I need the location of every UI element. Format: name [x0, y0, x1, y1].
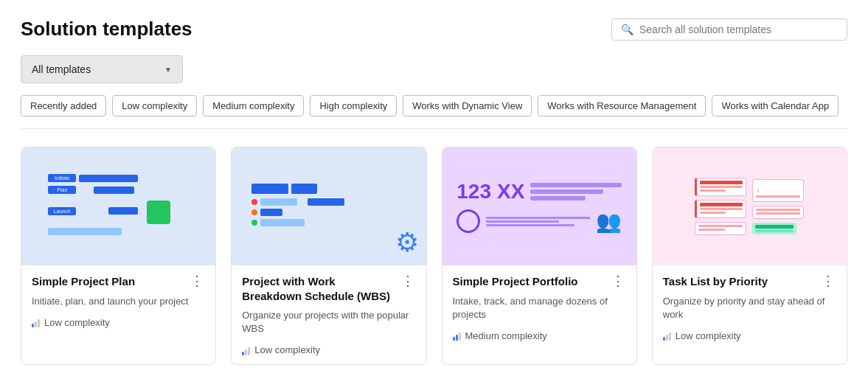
- card-desc-1: Initiate, plan, and launch your project: [32, 295, 205, 308]
- card-title-2: Project with Work Breakdown Schedule (WB…: [242, 274, 393, 303]
- task-card-mini-6: [752, 223, 796, 234]
- template-card-portfolio[interactable]: 123 XX: [442, 147, 637, 365]
- card-complexity-4: Low complexity: [663, 330, 836, 341]
- filter-low-complexity[interactable]: Low complexity: [112, 95, 197, 116]
- card-body-3: Simple Project Portfolio ⋮ Intake, track…: [442, 265, 636, 350]
- filter-calendar-app[interactable]: Works with Calendar App: [712, 95, 839, 116]
- dropdown-label: All templates: [32, 63, 91, 75]
- card-desc-2: Organize your projects with the popular …: [242, 309, 415, 335]
- card-menu-4[interactable]: ⋮: [820, 274, 836, 288]
- dropdown-row: All templates ▼: [21, 55, 847, 83]
- template-card-task-list[interactable]: ↓ Task List by Priority ⋮: [652, 147, 847, 365]
- search-input[interactable]: [639, 24, 838, 35]
- card-thumbnail-2: ⚙: [232, 147, 426, 265]
- complexity-label-3: Medium complexity: [465, 330, 547, 341]
- header-row: Solution templates 🔍: [21, 18, 847, 41]
- page-wrapper: Solution templates 🔍 All templates ▼ Rec…: [0, 0, 868, 390]
- filter-tags: Recently added Low complexity Medium com…: [21, 95, 847, 129]
- card-complexity-2: Low complexity: [242, 344, 415, 355]
- complexity-icon-1: [32, 317, 40, 327]
- card-complexity-3: Medium complexity: [453, 330, 626, 341]
- card-body-2: Project with Work Breakdown Schedule (WB…: [232, 265, 426, 364]
- card-menu-1[interactable]: ⋮: [189, 274, 205, 288]
- gear-icon: ⚙: [395, 227, 419, 258]
- complexity-icon-4: [663, 330, 671, 341]
- templates-dropdown[interactable]: All templates ▼: [21, 55, 183, 83]
- task-card-mini-1: [695, 178, 746, 196]
- card-thumbnail-4: ↓: [653, 147, 847, 265]
- card-menu-3[interactable]: ⋮: [610, 274, 626, 288]
- page-title: Solution templates: [21, 18, 192, 41]
- complexity-label-1: Low complexity: [44, 317, 110, 328]
- card-title-3: Simple Project Portfolio: [453, 274, 604, 289]
- filter-recently-added[interactable]: Recently added: [21, 95, 106, 116]
- complexity-label-4: Low complexity: [676, 330, 741, 341]
- chevron-down-icon: ▼: [164, 66, 172, 74]
- template-card-wbs[interactable]: ⚙ Project with Work Breakdown Schedule (…: [231, 147, 426, 365]
- search-box[interactable]: 🔍: [611, 18, 847, 41]
- card-desc-3: Intake, track, and manage dozens of proj…: [453, 295, 626, 321]
- person-icon: 👥: [596, 209, 622, 234]
- card-menu-2[interactable]: ⋮: [400, 274, 416, 288]
- card-title-1: Simple Project Plan: [32, 274, 183, 289]
- card-thumbnail-1: Initiate Plan Launch: [21, 147, 215, 265]
- template-card-simple-project-plan[interactable]: Initiate Plan Launch: [21, 147, 216, 365]
- card-body-1: Simple Project Plan ⋮ Initiate, plan, an…: [21, 265, 215, 337]
- filter-dynamic-view[interactable]: Works with Dynamic View: [403, 95, 532, 116]
- task-card-mini-4: ↓: [752, 179, 804, 202]
- filter-medium-complexity[interactable]: Medium complexity: [203, 95, 304, 116]
- search-icon: 🔍: [621, 24, 633, 35]
- task-card-mini-5: [752, 206, 804, 219]
- complexity-icon-3: [453, 330, 461, 341]
- task-card-mini-3: [695, 222, 746, 235]
- card-title-4: Task List by Priority: [663, 274, 814, 289]
- filter-high-complexity[interactable]: High complexity: [310, 95, 397, 116]
- card-thumbnail-3: 123 XX: [442, 147, 636, 265]
- card-body-4: Task List by Priority ⋮ Organize by prio…: [653, 265, 847, 350]
- filter-resource-management[interactable]: Works with Resource Management: [538, 95, 706, 116]
- complexity-label-2: Low complexity: [254, 344, 320, 355]
- card-desc-4: Organize by priority and stay ahead of w…: [663, 295, 836, 321]
- complexity-icon-2: [242, 345, 250, 355]
- task-card-mini-2: [695, 200, 746, 218]
- card-complexity-1: Low complexity: [32, 317, 205, 328]
- templates-grid: Initiate Plan Launch: [21, 147, 847, 365]
